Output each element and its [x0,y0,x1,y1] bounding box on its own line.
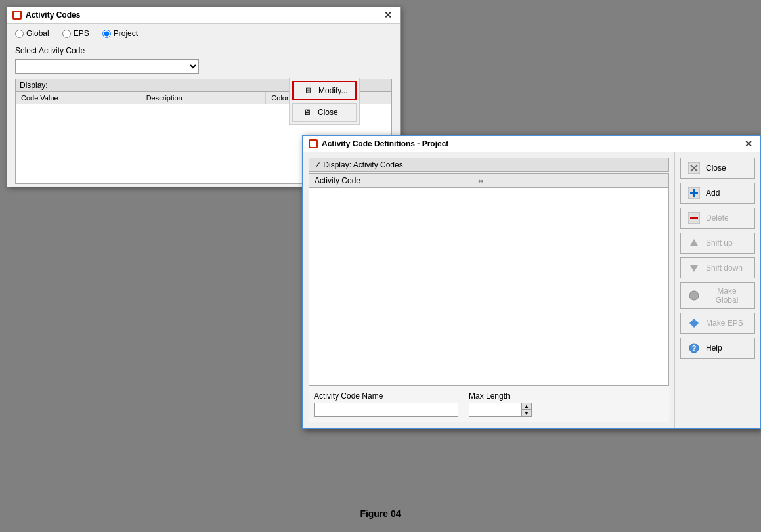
figure-caption: Figure 04 [360,508,401,519]
svg-marker-11 [689,319,699,328]
titlebar-left: Activity Codes [12,11,80,20]
radio-global[interactable]: Global [15,29,49,38]
max-length-label: Max Length [469,391,532,401]
max-length-input[interactable] [469,403,521,417]
help-button[interactable]: ? Help [680,338,755,359]
spinner-container: ▲ ▼ [469,403,532,417]
svg-marker-8 [690,239,698,246]
col-description: Description [141,92,267,104]
close-icon [687,162,701,175]
acd-bottom-form: Activity Code Name Max Length ▲ ▼ [309,386,669,422]
dropdown-row [7,56,400,76]
acd-close-x-btn[interactable]: ✕ [742,139,755,149]
add-icon [687,187,701,200]
form-group-name: Activity Code Name [314,391,458,417]
delete-button[interactable]: Delete [680,208,755,229]
make-global-icon [687,289,701,302]
shift-up-icon [687,236,701,250]
radio-eps[interactable]: EPS [62,29,89,38]
spinner-down-btn[interactable]: ▼ [521,410,532,417]
activity-code-name-label: Activity Code Name [314,391,458,401]
acd-app-icon [309,139,318,148]
make-eps-button[interactable]: Make EPS [680,313,755,334]
close-monitor-icon: 🖥 [301,106,314,119]
activity-codes-title: Activity Codes [26,11,80,20]
add-button[interactable]: Add [680,183,755,204]
radio-group: Global EPS Project [7,24,400,43]
acd-titlebar-left: Activity Code Definitions - Project [309,139,448,148]
modify-button[interactable]: 🖥 Modify... [292,81,357,100]
form-group-maxlength: Max Length ▲ ▼ [469,391,532,417]
act-table-col-header: Activity Code ⇔ [309,174,489,187]
help-icon: ? [687,342,701,355]
col-code-value: Code Value [16,92,141,104]
make-global-button[interactable]: Make Global [680,282,755,309]
app-icon [12,11,22,20]
act-table-header: Activity Code ⇔ [309,174,668,188]
svg-marker-9 [690,265,698,272]
resize-icon: ⇔ [478,177,483,185]
acd-left-panel: ✓ Display: Activity Codes Activity Code … [303,152,675,428]
form-row: Activity Code Name Max Length ▲ ▼ [314,391,664,417]
select-activity-code-label: Select Activity Code [7,43,400,56]
acd-body: ✓ Display: Activity Codes Activity Code … [303,152,760,428]
spinner-group: ▲ ▼ [521,403,532,417]
close-small-button[interactable]: 🖥 Close [292,103,357,122]
shift-down-button[interactable]: Shift down [680,257,755,278]
act-table-col-empty [489,174,668,187]
act-table-body [309,188,668,385]
activity-codes-titlebar: Activity Codes ✕ [7,7,400,24]
acd-dialog: Activity Code Definitions - Project ✕ ✓ … [302,135,761,429]
shift-down-icon [687,261,701,275]
acd-right-panel: Close Add Delete Shift up [675,152,760,428]
spinner-up-btn[interactable]: ▲ [521,403,532,410]
activity-code-table: Activity Code ⇔ [309,173,669,386]
close-button[interactable]: Close [680,158,755,179]
activity-codes-close-btn[interactable]: ✕ [381,10,395,20]
activity-code-select[interactable] [15,59,199,74]
acd-title: Activity Code Definitions - Project [322,139,448,148]
svg-text:?: ? [692,344,697,352]
svg-point-10 [689,291,699,300]
delete-icon [687,211,701,225]
monitor-icon: 🖥 [301,84,315,97]
modify-close-buttons: 🖥 Modify... 🖥 Close [289,78,360,125]
acd-titlebar: Activity Code Definitions - Project ✕ [303,136,760,152]
shift-up-button[interactable]: Shift up [680,233,755,254]
activity-code-name-input[interactable] [314,403,458,417]
radio-project[interactable]: Project [102,29,138,38]
make-eps-icon [687,317,701,330]
display-activity-header: ✓ Display: Activity Codes [309,158,669,172]
